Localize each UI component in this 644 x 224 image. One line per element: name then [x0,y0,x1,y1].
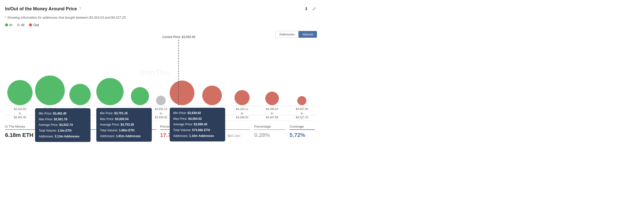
help-icon[interactable]: ? [79,7,81,11]
summary-at-pct-cell: Percentage 0.28% [252,125,287,138]
summary-in-pct-line [66,129,97,130]
legend-label-out: Out [33,23,39,27]
summary-coverage-line [289,129,315,130]
price-tick-5: $3,820.54to$3,935.14 [125,107,155,120]
bubble-8 [235,90,250,105]
price-tick-3: $3,581.78to$3,701.16 [65,107,95,120]
watermark: IntoThe [140,68,169,77]
summary-at-the-money: At The Money 21.38k ETH $84.13m [193,125,252,138]
summary-out-pct: 17.72% [160,132,191,138]
download-button[interactable]: ⬇ [303,5,309,13]
bubble-7 [202,86,222,105]
summary-at-usd: $84.13m [227,134,240,138]
summary-out-pct-label: Percentage [160,125,191,128]
summary-at-line [195,129,250,130]
legend-label-in: In [9,23,12,27]
summary-out-pct-line [160,129,191,130]
bubble-5 [131,87,149,105]
legend-label-at: At [21,23,24,27]
summary-in-pct-cell: Percentage 82.00% [64,125,99,138]
summary-at-pct-line [254,129,285,130]
summary-in-usd: $24.32b [36,134,48,138]
chart-area: Current Price: $3,935.49 IntoThe Min Pri… [5,40,317,115]
summary-at-eth: 21.38k ETH [195,132,225,138]
price-tick-4: $3,701.16to$3,820.54 [95,107,125,120]
summary-out-pct-cell: Percentage 17.72% [158,125,193,138]
legend-dot-in [5,23,8,26]
summary-coverage-pct: 5.72% [289,132,315,138]
summary-in-pct-label: Percentage [66,125,97,128]
volume-button[interactable]: Volume [299,31,317,38]
bubble-3 [69,84,91,105]
summary-out-value: 1.34m ETH $5.25b [101,132,156,138]
summary-out-usd: $5.25b [132,134,142,138]
summary-in-value: 6.18m ETH $24.32b [5,132,62,138]
legend-at: At [17,23,24,27]
legend: In At Out [5,23,317,27]
bubble-4: Min Price: $3,701.16 Max Price: $3,820.5… [96,78,124,105]
summary-coverage-cell: Coverage 5.72% [287,125,317,138]
price-tick-8: $4,169.12to$4,288.50 [227,107,257,120]
summary-in-eth: 6.18m ETH [5,132,34,138]
bubble-9 [265,92,279,105]
legend-dot-out [29,23,32,26]
summary-in-line [5,129,62,130]
summary-at-label: At The Money [195,125,250,128]
price-tick-7: $4,054.52to$4,169.12 [197,107,227,120]
price-tick-10: $4,407.88to$4,527.25 [287,107,317,120]
summary-at-pct: 0.28% [254,132,285,138]
chart-controls: Addresses Volume [5,31,317,38]
summary-in-label: In The Money [5,125,62,128]
summary-out-the-money: Out Of The Money 1.34m ETH $5.25b [99,125,158,138]
legend-in: In [5,23,12,27]
current-price-label: Current Price: $3,935.49 [161,35,196,39]
summary-row: In The Money 6.18m ETH $24.32b Percentag… [5,120,317,138]
addresses-button[interactable]: Addresses [275,31,298,38]
expand-button[interactable]: ⤢ [311,5,317,13]
bubble-1 [7,80,33,105]
summary-in-pct: 82.00% [66,132,97,138]
price-tick-1: $3,343.03to$3,462.40 [5,107,35,120]
price-tick-at: $3,935.14to$3,939.92 [155,107,167,120]
summary-in-the-money: In The Money 6.18m ETH $24.32b [5,125,64,138]
page-title: In/Out of the Money Around Price [5,6,77,12]
price-tick-6: $3,939.92to$4,054.52 [167,107,197,120]
summary-out-eth: 1.34m ETH [101,132,130,138]
legend-out: Out [29,23,39,27]
price-tick-2: $3,462.40to$3,581.78 [35,107,65,120]
summary-out-line [101,129,156,130]
legend-dot-at [17,23,20,26]
bubble-6: Min Price: $3,939.92 Max Price: $4,054.5… [170,81,194,105]
subtitle: * Showing information for addresses that… [5,16,317,19]
bubble-10 [297,96,306,105]
summary-at-pct-label: Percentage [254,125,285,128]
price-tick-9: $4,288.50to$4,407.88 [257,107,287,120]
summary-out-label: Out Of The Money [101,125,156,128]
bubble-at [156,96,166,105]
bubble-2: Min Price: $3,462.40 Max Price: $3,581.7… [35,76,65,105]
summary-at-value: 21.38k ETH $84.13m [195,132,250,138]
summary-coverage-label: Coverage [289,125,315,128]
